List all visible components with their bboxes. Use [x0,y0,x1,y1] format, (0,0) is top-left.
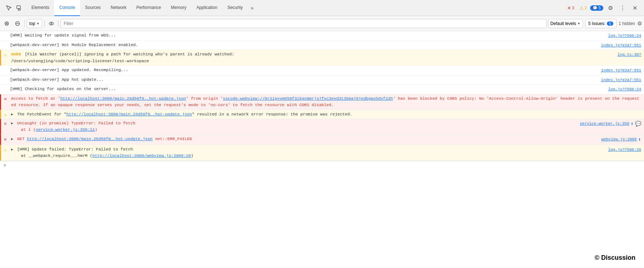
hmr-link[interactable]: http://localhost:3000/webview.js:2896:20 [92,153,191,158]
service-worker-link[interactable]: service-worker.js:350:11 [36,127,95,132]
warn-label: WARN [11,52,21,56]
tab-security[interactable]: Security [222,0,248,16]
expand-arrow[interactable]: ▶ [11,137,13,141]
prompt-char: > [4,163,6,168]
log-entry: [webpack-dev-server] App updated. Recomp… [0,66,644,75]
log-source[interactable]: service-worker.js:350 [580,120,629,127]
fetch-event-link[interactable]: http://localhost:3000/main.26d50f8….hot-… [66,112,192,116]
log-source[interactable]: index.js?e2a7:551 [601,76,641,84]
tab-bar-icons [1,3,26,13]
log-text: [HMR] Waiting for update signal from WDS… [10,32,605,39]
log-text: ▶ GET http://localhost:3000/main.26d50f8… [11,136,598,142]
eye-icon-btn[interactable] [47,19,56,28]
expand-arrow[interactable]: ▶ [11,121,13,125]
log-entry: [HMR] Waiting for update signal from WDS… [0,31,644,41]
hidden-count: 1 hidden [619,21,635,26]
log-text: [webpack-dev-server] App updated. Recomp… [10,67,598,73]
expand-arrow[interactable]: ▶ [11,148,13,152]
toolbar-right: Default levels ▼ 5 Issues: 5 1 hidden ⚙ [548,19,642,28]
discussion-button[interactable]: © Discussion [595,254,635,262]
devtools-container: Elements Console Sources Network Perform… [0,0,644,268]
warn-icon: ⚠ [4,147,7,154]
error-icon: ✕ [4,120,7,128]
tab-console[interactable]: Console [54,0,80,16]
no-entry-btn[interactable] [13,19,22,28]
get-url-link[interactable]: http://localhost:3000/main.26d50f8….hot-… [27,137,153,141]
tab-bar-right: ✕ 3 ⚠ 2 💬 5 ⚙ ⋮ ✕ [565,3,643,13]
info-badge[interactable]: 💬 5 [590,5,603,11]
log-entry-error-get: ✕ ▶ GET http://localhost:3000/main.26d50… [0,135,644,145]
error-badge[interactable]: ✕ 3 [565,5,576,11]
context-selector[interactable]: top ▼ [27,19,42,28]
svg-point-5 [51,23,52,24]
toolbar-settings-icon[interactable]: ⚙ [637,20,642,27]
log-text: [webpack-dev-server] Hot Module Replacem… [10,42,598,48]
log-entry: [HMR] Checking for updates on the server… [0,85,644,94]
log-entry-warn: ⚠ WARN [File Watcher (parcel)] ignoring … [0,50,644,66]
log-source[interactable]: log.js?7596:24 [608,86,641,93]
cors-origin-link[interactable]: vscode-webview://0r2ipvvm659f3ikgo8mrjs7… [223,96,393,101]
log-entry: [webpack-dev-server] App hot update... i… [0,75,644,85]
up-arrow-icon[interactable]: ⬆ [638,136,641,144]
log-text: ▶ The FetchEvent for "http://localhost:3… [11,111,641,118]
log-entry-right: webview.js:2896 ⬆ [598,136,641,144]
log-text: ▶ [HMR] Update failed: TypeError: Failed… [11,146,605,159]
warn-icon: ⚠ [4,111,7,119]
tab-memory[interactable]: Memory [166,0,191,16]
badge-group: ✕ 3 ⚠ 2 💬 5 [565,5,603,11]
svg-point-4 [49,22,54,25]
warning-badge[interactable]: ⚠ 2 [578,5,589,11]
log-source[interactable]: index.js?e2a7:551 [601,67,641,74]
log-text: Access to fetch at 'http://localhost:300… [11,95,641,109]
error-icon: ✕ [4,136,7,144]
up-arrow-icon[interactable]: ⬆ [631,120,634,128]
chat-icon[interactable]: 💬 [635,120,641,128]
log-entry-warn-fetch: ⚠ ▶ The FetchEvent for "http://localhost… [0,110,644,119]
svg-rect-0 [17,6,20,9]
log-entry: [webpack-dev-server] Hot Module Replacem… [0,41,644,50]
tab-bar: Elements Console Sources Network Perform… [0,0,644,16]
log-text: [HMR] Checking for updates on the server… [10,86,605,92]
console-prompt: > [0,161,644,170]
tab-sources[interactable]: Sources [80,0,106,16]
toolbar: top ▼ Default levels ▼ 5 Issues: 5 1 hid… [0,16,644,31]
log-text: ▶ Uncaught (in promise) TypeError: Faile… [11,120,576,133]
device-icon[interactable] [14,3,24,13]
tab-more[interactable]: » [248,0,256,16]
close-icon[interactable]: ✕ [630,3,640,13]
log-text: WARN [File Watcher (parcel)] ignoring a … [11,51,614,64]
log-source[interactable]: log.js?7596:26 [608,146,641,153]
inspect-icon[interactable] [4,3,14,13]
log-entry-warn-hmr: ⚠ ▶ [HMR] Update failed: TypeError: Fail… [0,145,644,161]
log-source[interactable]: index.js?e2a7:551 [601,42,641,49]
tab-elements[interactable]: Elements [26,0,54,16]
log-source[interactable]: log.ts:307 [618,51,641,58]
log-entry-right: service-worker.js:350 ⬆ 💬 [576,120,641,128]
log-entry-error-uncaught: ✕ ▶ Uncaught (in promise) TypeError: Fai… [0,119,644,135]
console-content: [HMR] Waiting for update signal from WDS… [0,31,644,268]
warn-icon: ⚠ [4,51,7,59]
tab-performance[interactable]: Performance [131,0,166,16]
tab-network[interactable]: Network [106,0,131,16]
log-text: [webpack-dev-server] App hot update... [10,76,598,83]
error-icon: ✕ [4,96,7,103]
expand-arrow[interactable]: ▶ [11,113,13,116]
log-source[interactable]: webview.js:2896 [602,136,637,143]
default-levels-dropdown[interactable]: Default levels ▼ [548,19,583,28]
cors-fetch-link[interactable]: http://localhost:3000/main.26d50f8….hot-… [60,96,186,101]
settings-icon[interactable]: ⚙ [605,3,615,13]
issues-count-badge: 5 [607,21,613,26]
separator-1 [24,20,25,27]
svg-rect-1 [18,9,20,10]
clear-console-btn[interactable] [2,19,11,28]
tab-application[interactable]: Application [191,0,222,16]
more-options-icon[interactable]: ⋮ [618,3,628,13]
separator-3 [58,20,59,27]
issues-button[interactable]: 5 Issues: 5 [585,19,617,28]
filter-input[interactable] [61,19,547,28]
log-source[interactable]: log.js?7596:24 [608,32,641,39]
separator-2 [44,20,45,27]
log-entry-error-cors: ✕ Access to fetch at 'http://localhost:3… [0,94,644,110]
